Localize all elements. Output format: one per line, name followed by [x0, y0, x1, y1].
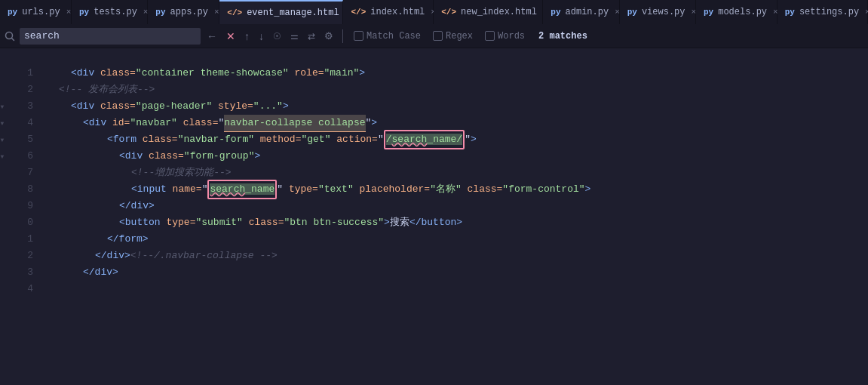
comment-publish: <!-- 发布会列表--> [59, 82, 155, 98]
nav-back-button[interactable]: ← [204, 29, 220, 44]
tag-form-close-bracket: > [471, 131, 477, 148]
tab-views[interactable]: py views.py × [620, 0, 696, 24]
tag-close: > [359, 65, 365, 82]
gutter-line-2 [0, 82, 5, 98]
py-icon: py [704, 8, 713, 17]
tab-close-apps[interactable]: × [214, 8, 219, 17]
code-line-13: </div> [47, 264, 868, 281]
line-num-4: 4 [5, 115, 33, 131]
tag-input-open: <input [131, 181, 173, 198]
tab-event-manage[interactable]: </> event_manage.html × [219, 0, 343, 24]
words-checkbox [485, 31, 495, 41]
tag-div-close-fg: </div> [119, 198, 155, 214]
code-line-5: <form class="navbar-form" method="get" a… [47, 131, 868, 148]
code-line-11: </form> [47, 231, 868, 248]
val-form-control: "form-control" [502, 181, 584, 198]
code-line-12: </div> <!--/.navbar-collapse --> [47, 248, 868, 264]
tag-btn-close-bracket: > [384, 214, 390, 231]
line-num-13: 3 [5, 264, 33, 281]
line-num-10: 0 [5, 214, 33, 231]
code-line-10: <button type="submit" class="btn btn-suc… [47, 214, 868, 231]
attr-class-fc: class= [462, 181, 503, 198]
line-num-6: 6 [5, 148, 33, 165]
find-in-selection-button[interactable]: ⚌ [287, 29, 302, 43]
gutter-line-9 [0, 198, 5, 214]
svg-line-1 [12, 38, 14, 40]
tag-close: > [283, 98, 289, 115]
line-num-8: 8 [5, 181, 33, 198]
gutter-line-10 [0, 214, 5, 231]
nav-down-button[interactable]: ↓ [256, 29, 267, 44]
gutter-line-4: ▼ [0, 115, 5, 131]
line-num-9: 9 [5, 198, 33, 214]
code-line-1: <div class="container theme-showcase" ro… [47, 65, 868, 82]
tab-models[interactable]: py models.py × [696, 0, 778, 24]
val-navbar: "navbar" [130, 115, 176, 131]
gutter-line-0 [0, 48, 5, 65]
line-num-11: 1 [5, 231, 33, 248]
tag-form-open: <form [107, 131, 143, 148]
attr-type: type= [283, 181, 318, 198]
tag-open: <div [71, 65, 100, 82]
attr-class-btn: class= [243, 214, 284, 231]
tab-urls[interactable]: py urls.py × [0, 0, 72, 24]
fold-indicator-3: ▼ [1, 103, 5, 110]
tab-label: urls.py [22, 7, 60, 17]
matches-count: 2 matches [538, 31, 587, 42]
toggle-replace-button[interactable]: ⇄ [305, 29, 318, 43]
gutter-line-7 [0, 165, 5, 181]
code-area: <div class="container theme-showcase" ro… [41, 48, 868, 385]
gutter-line-8 [0, 181, 5, 198]
tab-label: tests.py [94, 7, 137, 17]
line-num-7: 7 [5, 165, 33, 181]
tab-close-settings[interactable]: × [865, 8, 868, 17]
gutter-line-6: ▼ [0, 148, 5, 165]
tab-settings[interactable]: py settings.py × [778, 0, 868, 24]
py-icon: py [785, 8, 795, 17]
tab-label: new_index.html [461, 7, 537, 17]
tab-label: admin.py [566, 7, 609, 17]
tab-apps[interactable]: py apps.py × [148, 0, 219, 24]
code-line-14 [47, 281, 868, 297]
comment-navbar-close: <!--/.navbar-collapse --> [130, 248, 278, 264]
py-icon: py [8, 8, 17, 17]
tag-close: > [371, 115, 377, 131]
tab-new-index[interactable]: </> new_index.html × [434, 0, 543, 24]
gutter-line-3: ▼ [0, 98, 5, 115]
search-input[interactable] [20, 28, 201, 45]
match-case-label: Match Case [367, 31, 421, 42]
regex-option[interactable]: Regex [428, 29, 477, 43]
match-case-option[interactable]: Match Case [349, 29, 425, 43]
val-get: "get" [301, 131, 330, 148]
fold-indicator-5: ▼ [1, 137, 5, 143]
tab-index[interactable]: </> index.html × [343, 0, 434, 24]
py-icon: py [79, 8, 89, 17]
val-style: "..." [253, 98, 283, 115]
tab-tests[interactable]: py tests.py × [72, 0, 148, 24]
tab-label: event_manage.html [247, 8, 339, 18]
code-line-blank [47, 48, 868, 65]
tab-close-urls[interactable]: × [66, 8, 72, 17]
attr-class: class= [100, 98, 136, 115]
attr-method: method= [254, 131, 301, 148]
regex-checkbox [433, 31, 443, 41]
code-line-4: <div id="navbar" class="navbar-collapse … [47, 115, 868, 131]
select-all-button[interactable]: ☉ [270, 29, 284, 43]
attr-name: name= [173, 181, 202, 198]
val-search-name-action: /search_name/ [386, 134, 462, 145]
search-bar: ← ✕ ↑ ↓ ☉ ⚌ ⇄ ⚙ Match Case Regex Words 2… [0, 24, 868, 48]
gutter-line-1 [0, 65, 5, 82]
fold-indicator-4: ▼ [1, 120, 5, 127]
nav-clear-button[interactable]: ✕ [223, 29, 238, 44]
settings-button[interactable]: ⚙ [321, 29, 336, 43]
gutter-line-13 [0, 264, 5, 281]
attr-role: role= [289, 65, 324, 82]
main-content: py urls.py × py tests.py × py apps.py × … [0, 0, 868, 385]
tab-admin[interactable]: py admin.py × [543, 0, 619, 24]
words-option[interactable]: Words [480, 29, 529, 43]
attr-id: id= [112, 115, 130, 131]
tag-div-close-13: </div> [83, 264, 118, 281]
tag-div-close: > [254, 148, 260, 165]
val-container: "container theme-showcase" [136, 65, 289, 82]
nav-up-button[interactable]: ↑ [241, 29, 253, 44]
